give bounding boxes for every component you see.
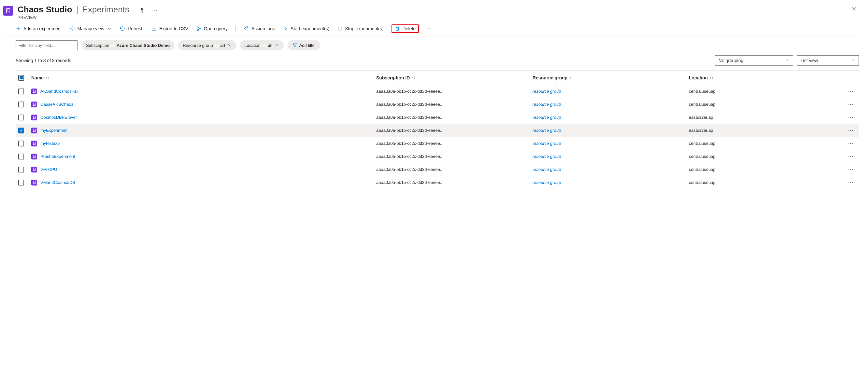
column-subscription[interactable]: Subscription ID↑↓ [374,75,530,81]
experiment-link[interactable]: mytestexp [40,141,60,146]
experiments-table: Name↑↓ Subscription ID↑↓ Resource group↑… [16,70,859,189]
location-cell: centraluseuap [686,102,843,107]
chevron-down-icon [851,58,855,63]
filter-resource-group[interactable]: Resource group == all [178,40,236,50]
refresh-icon [120,26,125,31]
close-icon[interactable] [850,5,858,13]
filter-location[interactable]: Location == all [240,40,284,50]
row-more-icon[interactable]: ··· [843,179,859,186]
filter-clear-icon[interactable] [227,43,231,47]
column-resource-group[interactable]: Resource group↑↓ [530,75,686,81]
open-query-button[interactable]: Open query [196,26,228,31]
add-experiment-button[interactable]: Add an experiment [16,26,62,31]
preview-tag: PREVIEW [18,15,129,20]
sort-icon: ↑↓ [569,76,573,80]
pin-icon[interactable] [138,7,145,14]
filter-clear-icon[interactable] [275,43,279,47]
row-checkbox[interactable] [18,89,24,94]
experiment-link[interactable]: PrashaExperiment [40,154,75,159]
sort-icon: ↑↓ [45,76,49,80]
delete-button[interactable]: Delete [392,24,419,33]
table-row[interactable]: mytestexpaaaa0a0a-bb1b-cc2c-dd3d-eeeee..… [16,137,859,150]
table-row[interactable]: myExperimentaaaa0a0a-bb1b-cc2c-dd3d-eeee… [16,124,859,137]
header-more-icon[interactable]: ··· [150,7,159,13]
subscription-cell: aaaa0a0a-bb1b-cc2c-dd3d-eeeee... [374,154,530,159]
resource-group-link[interactable]: resource group [532,89,561,94]
row-checkbox[interactable] [18,180,24,186]
resource-group-link[interactable]: resource group [532,115,561,120]
row-checkbox[interactable] [18,101,24,107]
resource-group-link[interactable]: resource group [532,141,561,146]
column-name[interactable]: Name↑↓ [29,75,374,81]
table-row[interactable]: VM-CPUaaaa0a0a-bb1b-cc2c-dd3d-eeeee...re… [16,163,859,176]
resource-group-link[interactable]: resource group [532,167,561,172]
resource-group-link[interactable]: resource group [532,102,561,107]
experiment-link[interactable]: CosmosDBFailover [40,115,77,120]
experiment-link[interactable]: myExperiment [40,128,67,133]
row-more-icon[interactable]: ··· [843,127,859,134]
stop-experiment-button[interactable]: Stop experiment(s) [337,26,383,31]
row-checkbox[interactable] [18,128,24,133]
download-icon [151,26,157,31]
experiment-icon [31,101,37,107]
column-location[interactable]: Location↑↓ [686,75,843,81]
subscription-cell: aaaa0a0a-bb1b-cc2c-dd3d-eeeee... [374,141,530,146]
experiment-link[interactable]: CauseAKSChaos [40,102,73,107]
filter-subscription[interactable]: Subscription == Azure Chaos Studio Demo [82,40,174,50]
row-more-icon[interactable]: ··· [843,101,859,108]
row-more-icon[interactable]: ··· [843,114,859,121]
experiment-icon [31,167,37,172]
export-csv-button[interactable]: Export to CSV [151,26,188,31]
experiment-link[interactable]: AKSandCosmosFail [40,89,78,94]
service-title: Chaos Studio [18,5,72,14]
select-all-checkbox[interactable] [18,75,24,81]
trash-icon [395,26,400,31]
start-experiment-button[interactable]: Start experiment(s) [283,26,329,31]
row-checkbox[interactable] [18,140,24,147]
table-row[interactable]: PrashaExperimentaaaa0a0a-bb1b-cc2c-dd3d-… [16,150,859,163]
table-row[interactable]: AKSandCosmosFailaaaa0a0a-bb1b-cc2c-dd3d-… [16,85,859,98]
svg-point-5 [247,27,248,28]
row-checkbox[interactable] [18,167,24,172]
filter-input[interactable] [16,40,78,50]
table-row[interactable]: CauseAKSChaosaaaa0a0a-bb1b-cc2c-dd3d-eee… [16,98,859,111]
stop-icon [337,26,342,31]
location-cell: centraluseuap [686,154,843,159]
grouping-select[interactable]: No grouping [715,55,793,66]
experiment-icon [31,89,37,94]
sort-icon: ↑↓ [710,76,713,80]
row-more-icon[interactable]: ··· [843,88,859,95]
svg-rect-6 [338,27,341,30]
sort-icon: ↑↓ [412,76,415,80]
manage-view-button[interactable]: Manage view [70,26,112,31]
gear-icon [70,26,75,31]
svg-rect-11 [33,142,35,145]
experiment-link[interactable]: VM-CPU [40,167,57,172]
row-more-icon[interactable]: ··· [843,153,859,160]
subscription-cell: aaaa0a0a-bb1b-cc2c-dd3d-eeeee... [374,128,530,133]
refresh-button[interactable]: Refresh [120,26,144,31]
add-filter-button[interactable]: Add filter [288,40,320,50]
svg-rect-10 [33,129,35,131]
svg-rect-13 [33,168,35,170]
view-select[interactable]: List view [797,55,859,66]
resource-group-link[interactable]: resource group [532,154,561,159]
toolbar-more-icon[interactable]: ··· [427,26,435,32]
svg-rect-12 [33,155,35,158]
svg-point-2 [197,27,198,28]
row-more-icon[interactable]: ··· [843,166,859,173]
table-row[interactable]: VMandCosmosDBaaaa0a0a-bb1b-cc2c-dd3d-eee… [16,176,859,189]
row-checkbox[interactable] [18,154,24,159]
resource-group-link[interactable]: resource group [532,180,561,185]
chevron-down-icon [107,26,112,31]
subscription-cell: aaaa0a0a-bb1b-cc2c-dd3d-eeeee... [374,180,530,185]
table-header: Name↑↓ Subscription ID↑↓ Resource group↑… [16,71,859,85]
assign-tags-button[interactable]: Assign tags [244,26,275,31]
experiment-link[interactable]: VMandCosmosDB [40,180,75,185]
table-row[interactable]: CosmosDBFailoveraaaa0a0a-bb1b-cc2c-dd3d-… [16,111,859,124]
svg-point-1 [72,28,73,29]
resource-group-link[interactable]: resource group [532,128,561,133]
row-more-icon[interactable]: ··· [843,140,859,147]
row-checkbox[interactable] [18,115,24,120]
subscription-cell: aaaa0a0a-bb1b-cc2c-dd3d-eeeee... [374,89,530,94]
